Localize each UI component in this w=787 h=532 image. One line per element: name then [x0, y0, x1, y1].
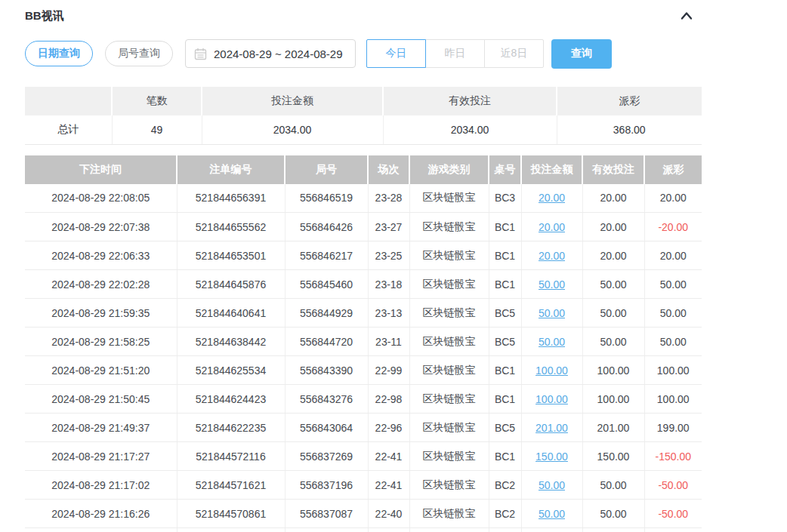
- cell-table-id: BC1: [489, 213, 521, 241]
- summary-header-row: 笔数投注金额有效投注派彩: [25, 87, 702, 115]
- summary-column-header: 笔数: [112, 87, 202, 115]
- cell-bet-id: 521844645876: [177, 270, 285, 299]
- summary-valid-bet: 2034.00: [383, 115, 557, 144]
- summary-count: 49: [112, 115, 202, 144]
- cell-round-id: 556846519: [285, 184, 368, 213]
- cell-session: [368, 528, 409, 532]
- cell-game-type: 区块链骰宝: [409, 270, 489, 299]
- bet-amount-link[interactable]: 50.00: [539, 278, 565, 291]
- quick-range-yesterday[interactable]: 昨日: [425, 39, 485, 68]
- cell-bet-id: [177, 528, 285, 532]
- bet-amount-link[interactable]: 20.00: [539, 250, 565, 262]
- records-column-header: 桌号: [489, 155, 521, 184]
- cell-payout: 100.00: [644, 356, 702, 385]
- cell-session: 22-41: [368, 471, 409, 500]
- bet-amount-link[interactable]: 20.00: [539, 221, 565, 233]
- table-row: 2024-08-29 21:49:37521844622235556843064…: [25, 414, 702, 442]
- cell-session: 23-11: [368, 328, 409, 356]
- cell-round-id: 556837087: [285, 500, 368, 528]
- bet-amount-link[interactable]: 150.00: [535, 451, 568, 463]
- cell-session: 22-96: [368, 414, 409, 442]
- cell-bet-time: 2024-08-29 22:07:38: [25, 213, 177, 241]
- cell-round-id: 556844720: [285, 328, 368, 356]
- records-column-header: 注单编号: [177, 155, 285, 184]
- table-row: 2024-08-29 21:51:20521844625534556843390…: [25, 356, 702, 385]
- cell-table-id: [489, 528, 521, 532]
- cell-bet-time: [25, 528, 177, 532]
- cell-bet-id: 521844638442: [177, 328, 285, 356]
- cell-bet-time: 2024-08-29 21:17:27: [25, 442, 177, 471]
- cell-round-id: 556845460: [285, 270, 368, 299]
- collapse-button[interactable]: [677, 7, 696, 25]
- bet-amount-link[interactable]: 20.00: [539, 192, 565, 204]
- summary-column-header: [25, 87, 112, 115]
- cell-bet-amount: 50.00: [521, 270, 582, 299]
- cell-round-id: 556843390: [285, 356, 368, 385]
- cell-bet-time: 2024-08-29 21:49:37: [25, 414, 177, 442]
- tab-round-query[interactable]: 局号查询: [105, 41, 173, 66]
- cell-game-type: 区块链骰宝: [409, 414, 489, 442]
- cell-round-id: 556846217: [285, 241, 368, 270]
- cell-payout: 50.00: [644, 328, 702, 356]
- search-button[interactable]: 查询: [551, 39, 612, 69]
- calendar-icon: [194, 48, 207, 60]
- cell-bet-id: 521844624423: [177, 385, 285, 414]
- bet-amount-link[interactable]: 50.00: [539, 307, 565, 319]
- cell-bet-time: 2024-08-29 21:58:25: [25, 328, 177, 356]
- cell-session: 23-18: [368, 270, 409, 299]
- cell-bet-time: 2024-08-29 21:51:20: [25, 356, 177, 385]
- cell-payout: -20.00: [644, 213, 702, 241]
- summary-bet-amount: 2034.00: [202, 115, 383, 144]
- cell-valid-bet: [582, 528, 644, 532]
- cell-session: 22-41: [368, 442, 409, 471]
- cell-valid-bet: 50.00: [582, 500, 644, 528]
- cell-bet-amount: [521, 528, 582, 532]
- cell-valid-bet: 50.00: [582, 328, 644, 356]
- quick-range-8days[interactable]: 近8日: [484, 39, 544, 68]
- records-column-header: 游戏类别: [409, 155, 489, 184]
- bet-amount-link[interactable]: 50.00: [539, 336, 565, 348]
- bet-amount-link[interactable]: 50.00: [539, 508, 565, 520]
- cell-bet-time: 2024-08-29 21:16:26: [25, 500, 177, 528]
- table-row: 2024-08-29 21:50:45521844624423556843276…: [25, 385, 702, 414]
- summary-column-header: 派彩: [557, 87, 702, 115]
- cell-game-type: 区块链骰宝: [409, 500, 489, 528]
- cell-game-type: 区块链骰宝: [409, 356, 489, 385]
- cell-game-type: 区块链骰宝: [409, 385, 489, 414]
- cell-table-id: BC1: [489, 241, 521, 270]
- chevron-up-icon: [679, 8, 694, 23]
- cell-valid-bet: 100.00: [582, 385, 644, 414]
- records-column-header: 场次: [368, 155, 409, 184]
- records-header-row: 下注时间注单编号局号场次游戏类别桌号投注金额有效投注派彩: [25, 155, 702, 184]
- bet-amount-link[interactable]: 50.00: [539, 479, 565, 491]
- cell-bet-id: 521844570861: [177, 500, 285, 528]
- cell-game-type: 区块链骰宝: [409, 299, 489, 328]
- bet-amount-link[interactable]: 201.00: [535, 422, 568, 434]
- cell-valid-bet: 50.00: [582, 299, 644, 328]
- bet-amount-link[interactable]: 100.00: [535, 364, 568, 377]
- cell-payout: 50.00: [644, 270, 702, 299]
- cell-bet-time: 2024-08-29 22:08:05: [25, 184, 177, 213]
- cell-session: 23-28: [368, 184, 409, 213]
- table-row: 2024-08-29 21:17:27521844572116556837269…: [25, 442, 702, 471]
- cell-table-id: BC1: [489, 385, 521, 414]
- date-range-input[interactable]: 2024-08-29 ~ 2024-08-29: [185, 39, 356, 68]
- cell-valid-bet: 20.00: [582, 213, 644, 241]
- quick-range-today[interactable]: 今日: [366, 39, 426, 68]
- summary-column-header: 有效投注: [383, 87, 557, 115]
- cell-valid-bet: 150.00: [582, 442, 644, 471]
- summary-payout: 368.00: [557, 115, 702, 144]
- cell-bet-time: 2024-08-29 21:17:02: [25, 471, 177, 500]
- cell-bet-amount: 50.00: [521, 328, 582, 356]
- cell-bet-id: 521844622235: [177, 414, 285, 442]
- cell-bet-id: 521844655562: [177, 213, 285, 241]
- cell-round-id: 556843064: [285, 414, 368, 442]
- summary-table: 笔数投注金额有效投注派彩 总计492034.002034.00368.00: [25, 87, 702, 145]
- tab-date-query[interactable]: 日期查询: [25, 41, 93, 66]
- cell-table-id: BC5: [489, 414, 521, 442]
- cell-valid-bet: 50.00: [582, 471, 644, 500]
- cell-payout: 20.00: [644, 241, 702, 270]
- cell-session: 23-25: [368, 241, 409, 270]
- bet-amount-link[interactable]: 100.00: [535, 393, 568, 405]
- cell-round-id: 556844929: [285, 299, 368, 328]
